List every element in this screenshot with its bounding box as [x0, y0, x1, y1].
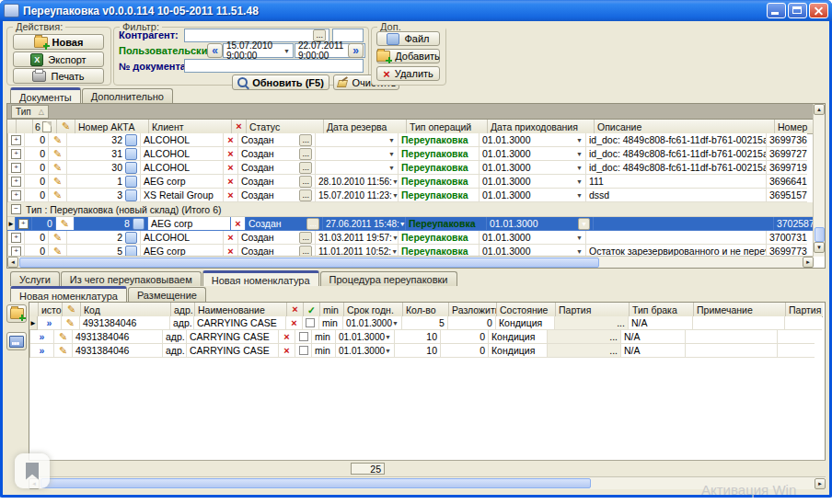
chevron-down-icon[interactable]: ▼ — [385, 348, 391, 354]
chevron-down-icon[interactable]: ▼ — [576, 178, 583, 185]
title-bar[interactable]: Переупаковка v0.0.0.114 10-05-2011 11.51… — [0, 0, 832, 21]
chevron-down-icon[interactable]: ▼ — [388, 137, 395, 143]
table-row[interactable]: + 0 ✎ 31 ALCOHOL × Создан... ▼ Переупако… — [7, 147, 825, 161]
col-check[interactable]: ✓ — [304, 303, 320, 317]
scroll-down-button[interactable]: ▼ — [814, 242, 825, 253]
minimize-button[interactable] — [767, 3, 786, 18]
checkbox[interactable] — [303, 316, 319, 330]
expand-button[interactable]: + — [8, 133, 25, 147]
export-button[interactable]: Экспорт — [13, 52, 104, 67]
dropdown-button[interactable]: ▼ — [578, 218, 590, 230]
chevron-down-icon[interactable]: ▼ — [576, 192, 583, 199]
add-button[interactable]: Добавить — [376, 49, 440, 63]
subtab-new-nomenclature[interactable]: Новая номенклатура — [10, 286, 127, 302]
chevron-down-icon[interactable]: ▼ — [388, 151, 395, 157]
table-row[interactable]: » ✎ 4931384046 адр. CARRYING CASE × min … — [29, 344, 825, 358]
batch-lookup-button[interactable]: ... — [548, 344, 621, 358]
table-row[interactable]: + 0 ✎ 32 ALCOHOL × Создан... ▼ Переупако… — [7, 133, 825, 147]
akta-icon[interactable] — [125, 176, 137, 188]
chevron-down-icon[interactable]: ▼ — [283, 48, 290, 54]
col-batch[interactable]: Партия — [556, 303, 630, 317]
date-next-button[interactable]: » — [348, 43, 364, 58]
pencil-icon[interactable]: ✎ — [56, 217, 75, 231]
close-button[interactable] — [809, 3, 828, 18]
delete-button[interactable]: × Удалить — [376, 66, 440, 81]
tab-new-nomenclature[interactable]: Новая номенклатура — [202, 270, 319, 286]
pencil-icon[interactable]: ✎ — [49, 189, 67, 202]
pencil-icon[interactable]: ✎ — [49, 161, 67, 175]
pencil-icon[interactable]: ✎ — [49, 175, 67, 189]
table-row[interactable]: + 0 ✎ 3 XS Retail Group × Создан... 15.0… — [7, 189, 825, 202]
col-code[interactable]: Код — [81, 303, 171, 317]
pencil-icon[interactable]: ✎ — [62, 316, 80, 330]
edit-column-header[interactable]: ✎ — [57, 120, 75, 134]
table-row-selected[interactable]: ► + 0 ✎ 8 AEG corp × Создан... 27.06.201… — [7, 217, 825, 231]
col-akta[interactable]: Номер АКТА — [75, 120, 149, 134]
expand-button[interactable]: + — [8, 189, 25, 202]
tab-source[interactable]: Из чего переупаковываем — [61, 271, 202, 286]
table-row[interactable]: + 0 ✎ 30 ALCOHOL × Создан... ▼ Переупако… — [7, 161, 825, 175]
scroll-right-button[interactable]: ► — [803, 257, 814, 268]
maximize-button[interactable] — [788, 3, 807, 18]
status-lookup-button[interactable]: ... — [299, 176, 312, 188]
status-lookup-button[interactable]: ... — [306, 218, 319, 230]
hscroll-thumb[interactable] — [19, 258, 599, 268]
col-description[interactable]: Описание — [595, 120, 775, 134]
chevron-down-icon[interactable]: ▼ — [385, 334, 391, 340]
col-x[interactable]: × — [232, 120, 247, 134]
bookmark-overlay[interactable] — [15, 453, 50, 488]
placement-button[interactable] — [6, 332, 27, 350]
chevron-down-icon[interactable]: ▼ — [392, 192, 399, 199]
scroll-up-button[interactable]: ▲ — [814, 104, 825, 115]
tab-procedure[interactable]: Процедура переупаковки — [320, 271, 457, 286]
pencil-icon[interactable]: ✎ — [54, 344, 73, 358]
expand-button[interactable]: + — [8, 161, 25, 175]
chevron-down-icon[interactable]: ▼ — [576, 235, 583, 241]
status-lookup-button[interactable]: ... — [299, 232, 312, 244]
akta-icon[interactable] — [125, 148, 137, 160]
add-item-button[interactable] — [6, 304, 27, 323]
pencil-icon[interactable]: ✎ — [49, 147, 67, 161]
tab-services[interactable]: Услуги — [10, 271, 60, 286]
chevron-down-icon[interactable]: ▼ — [388, 165, 395, 171]
col-op-type[interactable]: Тип операций — [407, 120, 488, 134]
col-expiry[interactable]: Срок годн. — [344, 303, 403, 317]
col-defect-type[interactable]: Тип брака — [630, 303, 694, 317]
history-button[interactable]: » — [38, 316, 62, 330]
col-min[interactable]: min — [320, 303, 344, 317]
vscroll-thumb[interactable] — [815, 227, 825, 242]
expand-button[interactable]: + — [8, 175, 25, 189]
group-field-box[interactable]: Тип △ — [11, 105, 49, 119]
subtab-placement[interactable]: Размещение — [128, 287, 206, 302]
batch-lookup-button[interactable]: ... — [555, 316, 629, 330]
chevron-down-icon[interactable]: ▼ — [392, 178, 399, 185]
scroll-left-button[interactable]: ◄ — [7, 257, 18, 268]
chevron-down-icon[interactable]: ▼ — [576, 151, 583, 157]
status-lookup-button[interactable]: ... — [299, 189, 312, 201]
date-prev-button[interactable]: « — [207, 43, 223, 58]
akta-icon[interactable] — [125, 232, 137, 244]
table-row[interactable]: + 0 ✎ 2 ALCOHOL × Создан... 31.03.2011 1… — [7, 231, 825, 245]
group-by-bar[interactable]: Тип △ — [7, 104, 825, 120]
col-addr[interactable]: адр. — [171, 303, 195, 317]
col-number[interactable]: Номер — [775, 120, 815, 134]
akta-icon[interactable] — [125, 134, 137, 146]
history-button[interactable]: » — [30, 344, 54, 358]
chevron-down-icon[interactable]: ▼ — [392, 235, 399, 241]
checkbox[interactable] — [295, 344, 312, 358]
history-button[interactable]: » — [30, 330, 54, 344]
refresh-button[interactable]: Обновить (F5) — [232, 74, 329, 90]
col-status[interactable]: Статус — [247, 120, 324, 134]
tab-documents[interactable]: Документы — [10, 87, 81, 103]
attachments-column-header[interactable]: 6 — [33, 120, 57, 134]
status-lookup-button[interactable]: ... — [299, 134, 312, 146]
group-row[interactable]: − Тип : Переупаковка (новый склад) (Итог… — [7, 202, 825, 217]
status-lookup-button[interactable]: ... — [299, 162, 312, 174]
checkbox[interactable] — [295, 330, 312, 344]
chevron-down-icon[interactable]: ▼ — [399, 221, 406, 227]
batch-lookup-button[interactable]: ... — [548, 330, 621, 344]
upper-grid-hscrollbar[interactable]: ◄ ► — [7, 256, 814, 268]
col-client[interactable]: Клиент — [149, 120, 232, 134]
chevron-down-icon[interactable]: ▼ — [576, 165, 583, 171]
print-button[interactable]: Печать — [13, 68, 104, 84]
